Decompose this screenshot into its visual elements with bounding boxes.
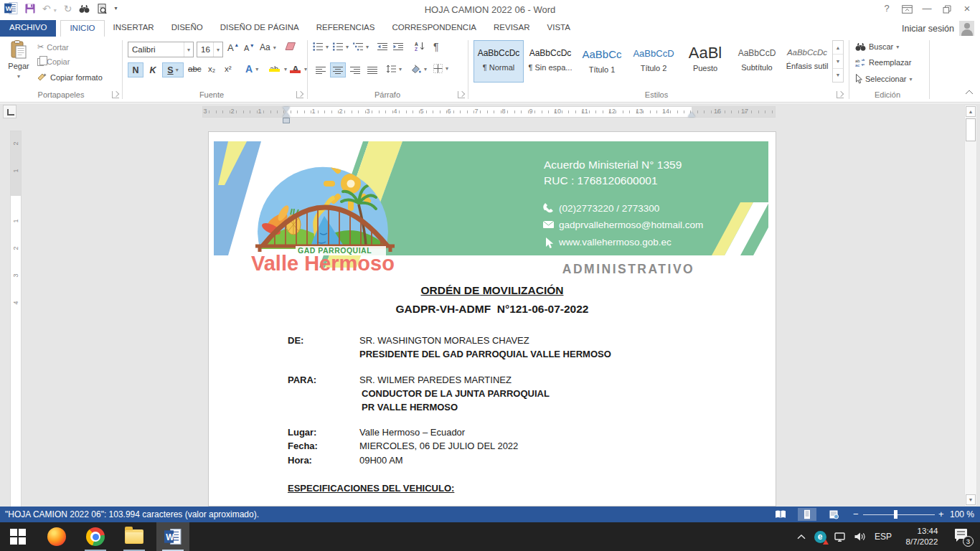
align-left-button[interactable] [313,62,329,77]
decrease-indent-button[interactable] [377,42,387,51]
tab-vista[interactable]: VISTA [539,20,579,37]
collapse-ribbon-button[interactable] [965,90,974,95]
scroll-down-icon[interactable]: ▼ [966,494,976,505]
print-layout-button[interactable] [798,508,816,521]
styles-scroll-up-icon[interactable]: ▲ [833,41,843,55]
right-indent-marker[interactable] [688,112,695,117]
underline-button[interactable]: S▾ [162,62,184,77]
font-color-button[interactable]: A▾ [290,62,307,75]
cut-button[interactable]: ✂ Cortar [37,42,69,52]
network-icon[interactable] [829,522,849,551]
close-button[interactable]: × [957,0,977,17]
taskbar-explorer[interactable] [118,522,151,551]
eset-icon[interactable]: e [811,522,829,551]
line-spacing-button[interactable]: ▾ [386,65,402,73]
sort-button[interactable] [415,42,425,51]
replace-button[interactable]: Reemplazar [855,58,911,67]
paste-button[interactable]: Pegar ▾ [6,40,32,86]
taskbar-chrome[interactable] [79,522,112,551]
text-effects-button[interactable]: A▾ [245,63,258,75]
grow-font-button[interactable]: A▴ [227,42,238,53]
format-painter-button[interactable]: Copiar formato [37,72,103,83]
style-normal[interactable]: AaBbCcDc ¶ Normal [473,40,524,83]
clipboard-dialog-launcher[interactable] [112,91,119,98]
style-enfasis-sutil[interactable]: AaBbCcDc Énfasis sutil [783,40,831,83]
zoom-out-button[interactable]: − [853,509,859,519]
minimize-button[interactable]: — [917,0,937,17]
font-family-combo[interactable]: Calibri▾ [128,42,194,57]
start-button[interactable] [1,522,34,551]
multilevel-list-button[interactable]: ▾ [353,42,369,51]
font-size-combo[interactable]: 16▾ [197,42,223,57]
left-indent-marker[interactable] [283,118,290,123]
font-dialog-launcher[interactable] [296,91,303,98]
tab-referencias[interactable]: REFERENCIAS [308,20,384,37]
horizontal-ruler[interactable]: 3 2 1 1 2 3 4 5 6 7 8 9 10 11 12 13 14 1… [203,107,775,117]
copy-button[interactable]: Copiar [37,57,70,66]
language-indicator[interactable]: ESP [870,522,897,551]
tray-expand-icon[interactable] [792,522,811,551]
ribbon-options-button[interactable] [897,0,917,17]
clear-formatting-button[interactable] [284,42,296,52]
strikethrough-button[interactable]: abc [188,65,202,73]
zoom-in-button[interactable]: + [938,509,944,519]
help-button[interactable]: ? [877,0,897,17]
align-right-button[interactable] [347,62,363,77]
style-subtitulo[interactable]: AaBbCcD Subtítulo [732,40,782,83]
italic-button[interactable]: K [145,62,161,77]
superscript-button[interactable]: x² [225,65,232,73]
shading-button[interactable]: ▾ [410,65,427,73]
read-mode-button[interactable] [771,508,790,521]
taskbar-firefox[interactable] [40,522,73,551]
scroll-up-icon[interactable]: ▲ [966,106,976,117]
style-puesto[interactable]: AaBl Puesto [680,40,730,83]
vertical-ruler[interactable]: 2 1 1 2 3 4 [11,131,21,507]
numbering-button[interactable]: ▾ [333,42,349,51]
justify-button[interactable] [364,62,380,77]
volume-icon[interactable] [849,522,870,551]
shrink-font-button[interactable]: A▾ [244,44,253,52]
paragraph-dialog-launcher[interactable] [458,91,465,98]
sign-in[interactable]: Iniciar sesión [902,21,974,36]
zoom-slider-thumb[interactable] [894,510,897,519]
style-sin-espaciado[interactable]: AaBbCcDc ¶ Sin espa... [525,40,575,83]
borders-button[interactable]: ▾ [433,64,448,73]
tab-inicio[interactable]: INICIO [60,20,104,37]
clock[interactable]: 13:448/7/2022 [897,522,947,551]
hanging-indent-marker[interactable] [283,112,290,117]
scrollbar-thumb[interactable] [966,118,976,141]
tab-diseno-pagina[interactable]: DISEÑO DE PÁGINA [212,20,308,37]
tab-insertar[interactable]: INSERTAR [105,20,163,37]
tab-revisar[interactable]: REVISAR [485,20,539,37]
change-case-button[interactable]: Aa▾ [260,42,276,52]
highlight-button[interactable]: ab▾ [267,62,287,75]
bold-button[interactable]: N [128,62,143,77]
styles-scroll-down-icon[interactable]: ▼ [833,55,843,68]
zoom-slider-track[interactable] [863,514,935,515]
tab-archivo[interactable]: ARCHIVO [0,20,56,37]
vertical-scrollbar[interactable]: ▲ ▼ [964,105,977,507]
style-titulo2[interactable]: AaBbCcD Título 2 [628,40,679,83]
taskbar-word[interactable] [156,522,189,551]
tab-stop-selector[interactable] [3,105,17,118]
style-titulo1[interactable]: AaBbCc Título 1 [577,40,627,83]
styles-dialog-launcher[interactable] [837,91,844,98]
find-button[interactable]: Buscar▾ [855,42,899,51]
notification-center[interactable]: 3 [947,522,980,551]
tab-correspondencia[interactable]: CORRESPONDENCIA [383,20,485,37]
first-line-indent-marker[interactable] [283,107,290,112]
user-avatar-icon [959,21,974,36]
styles-gallery-scroll[interactable]: ▲ ▼ ▼ [832,40,844,83]
styles-more-icon[interactable]: ▼ [833,69,843,82]
increase-indent-button[interactable] [393,42,403,51]
document-page[interactable]: Acuerdo Ministerial N° 1359 RUC : 176812… [208,131,776,507]
align-center-button[interactable] [330,62,346,77]
select-button[interactable]: Seleccionar▾ [855,74,913,84]
zoom-level[interactable]: 100 % [950,509,974,519]
bullets-button[interactable]: ▾ [313,42,329,51]
tab-diseno[interactable]: DISEÑO [163,20,212,37]
show-marks-button[interactable]: ¶ [433,41,439,52]
web-layout-button[interactable] [824,508,843,521]
subscript-button[interactable]: x₂ [208,65,215,73]
restore-button[interactable] [937,0,957,17]
